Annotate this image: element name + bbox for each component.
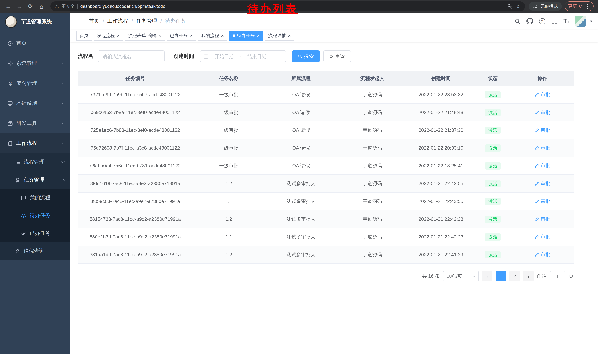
sidebar-item-devtools[interactable]: 研发工具 [0,113,70,133]
created-cell: 2022-01-22 23:53:32 [407,92,474,97]
github-icon[interactable] [526,18,533,24]
approve-link[interactable]: 审批 [535,216,550,222]
update-button[interactable]: 更新 ⟳ ⋮ [565,1,594,11]
breadcrumb-separator: / [132,18,133,24]
sidebar-item-process-mgmt[interactable]: 流程管理 [0,153,70,171]
breadcrumb-item[interactable]: 首页 [89,18,99,24]
sidebar-item-system[interactable]: 系统管理 [0,53,70,73]
tab-close-icon[interactable]: ✕ [117,34,120,38]
approve-link[interactable]: 审批 [535,198,550,205]
font-size-icon[interactable]: TT [563,18,569,24]
table-body: 73211d9d-7b9b-11ec-b5b7-acde48001122一级审批… [78,86,573,264]
approve-link[interactable]: 审批 [535,234,550,240]
reset-button[interactable]: ⟳ 重置 [324,50,351,62]
tab-process-detail[interactable]: 流程详情 ✕ [265,31,294,40]
tab-close-icon[interactable]: ✕ [190,34,193,38]
tab-start-process[interactable]: 发起流程 ✕ [94,31,123,40]
col-header: 任务编号 [78,75,193,82]
sidebar-item-task-mgmt[interactable]: 任务管理 [0,171,70,189]
browser-forward-icon[interactable]: → [14,1,25,11]
approve-link[interactable]: 审批 [535,127,550,133]
page-size-select[interactable]: 10条/页 ▾ [443,271,479,281]
tab-todo-task[interactable]: 待办任务 ✕ [229,31,263,40]
app-title: 芋道管理系统 [21,18,52,25]
next-page-button[interactable]: › [523,271,533,281]
page-button-1[interactable]: 1 [496,271,506,281]
browser-controls: 无痕模式 更新 ⟳ ⋮ [529,1,595,11]
chevron-down-icon [61,160,65,163]
approve-link[interactable]: 审批 [535,109,550,116]
sidebar-item-workflow[interactable]: 工作流程 [0,133,70,153]
browser-reload-icon[interactable]: ⟳ [25,1,36,11]
tab-done-task[interactable]: 已办任务 ✕ [167,31,196,40]
approve-link[interactable]: 审批 [535,180,550,187]
incognito-badge: 无痕模式 [529,2,562,11]
table-row: 75d72608-7b7f-11ec-a3c8-acde48001122一级审批… [78,139,573,157]
edit-icon [535,92,539,97]
app-brand[interactable]: 芋道管理系统 [0,13,70,31]
search-icon[interactable] [514,18,520,24]
edit-icon [535,163,539,168]
sidebar-item-infra[interactable]: 基础设施 [0,93,70,113]
tab-close-icon[interactable]: ✕ [221,34,224,38]
status-badge: 激活 [485,215,500,223]
avatar-caret-icon[interactable]: ▾ [590,19,592,24]
help-icon[interactable]: ? [539,18,545,24]
browser-home-icon[interactable]: ⌂ [36,1,47,11]
header-actions: ? TT ▾ [514,16,592,27]
sidebar-item-my-process[interactable]: 我的流程 [0,189,70,207]
tab-form-edit[interactable]: 流程表单-编辑 ✕ [125,31,165,40]
prev-page-button[interactable]: ‹ [482,271,492,281]
tab-close-icon[interactable]: ✕ [257,34,260,38]
fullscreen-icon[interactable] [551,18,557,24]
password-key-icon[interactable] [507,4,513,9]
end-date-input[interactable] [243,54,271,59]
status-badge: 激活 [485,126,500,134]
sidebar-collapse-icon[interactable] [76,18,83,24]
todo-task-table: 任务编号 任务名称 所属流程 流程发起人 创建时间 状态 操作 73211d9d… [78,71,573,264]
approve-link[interactable]: 审批 [535,145,550,151]
created-cell: 2022-01-21 22:43:55 [407,181,474,186]
sidebar-item-payment[interactable]: ¥ 支付管理 [0,73,70,93]
search-button[interactable]: 搜索 [292,50,320,62]
sidebar-item-home[interactable]: 首页 [0,33,70,53]
status-cell: 激活 [474,198,511,205]
sidebar-item-done-task[interactable]: 已办任务 [0,224,70,242]
browser-menu-icon[interactable]: ⋮ [585,3,590,9]
process-name-input[interactable] [98,50,165,62]
sidebar-item-leave-query[interactable]: 请假查询 [0,242,70,260]
tab-my-process[interactable]: 我的流程 ✕ [198,31,227,40]
tab-close-icon[interactable]: ✕ [288,34,291,38]
edit-icon [535,217,539,221]
breadcrumb-item[interactable]: 工作流程 [108,18,128,24]
approve-link-label: 审批 [540,91,550,98]
breadcrumb-item[interactable]: 任务管理 [136,18,157,24]
approve-link[interactable]: 审批 [535,162,550,169]
badge-icon [15,177,20,183]
avatar[interactable] [575,16,586,27]
app-header: 首页 / 工作流程 / 任务管理 / 待办任务 ? [70,13,598,30]
approve-link[interactable]: 审批 [535,91,550,98]
goto-page-input[interactable] [550,271,565,281]
action-cell: 审批 [511,91,573,98]
process-cell: OA 请假 [265,162,337,169]
start-date-input[interactable] [210,54,238,59]
id-cell: 069c6a63-7b8a-11ec-8ef0-acde48001122 [78,110,193,115]
page-button-2[interactable]: 2 [509,271,520,281]
table-row: 580e1b3d-7ac8-11ec-a9e2-a2380e71991a1.1测… [78,228,573,246]
bookmark-star-icon[interactable]: ☆ [515,3,521,10]
toolbox-icon [8,121,13,126]
sidebar-item-todo-task[interactable]: 待办任务 [0,207,70,224]
pagination: 共 16 条 10条/页 ▾ ‹ 1 2 › 前往 页 [78,271,573,281]
tab-close-icon[interactable]: ✕ [158,34,162,38]
tab-label: 我的流程 [201,32,219,39]
update-refresh-icon: ⟳ [579,4,583,9]
tab-home[interactable]: 首页 [76,31,92,40]
reset-button-label: 重置 [335,53,345,60]
browser-back-icon[interactable]: ← [3,1,13,11]
date-range-picker[interactable]: - [200,50,286,62]
process-cell: OA 请假 [265,145,337,151]
sidebar-item-label: 待办任务 [30,212,50,219]
approve-link[interactable]: 审批 [535,251,550,258]
initiator-cell: 芋道源码 [337,216,407,222]
